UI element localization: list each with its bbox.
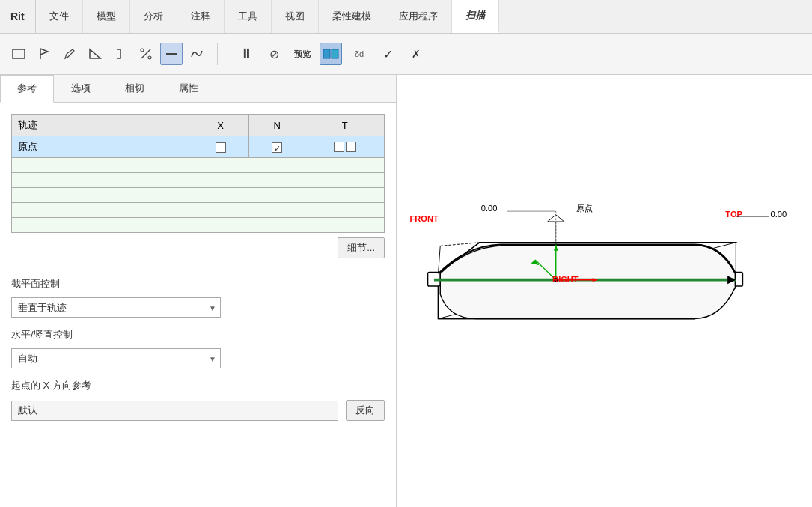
confirm-btn[interactable]: ✓ bbox=[376, 43, 399, 65]
main-toolbar: ⏸ ⊘ 预览 δd ✓ ✗ bbox=[0, 34, 812, 75]
left-panel: 参考 选项 相切 属性 轨迹 X N T bbox=[0, 75, 397, 507]
menu-视图[interactable]: 视图 bbox=[272, 0, 319, 33]
flag-tool-btn[interactable] bbox=[33, 43, 55, 65]
right-label: RIGHT bbox=[552, 275, 579, 284]
menu-扫描[interactable]: 扫描 bbox=[452, 0, 499, 33]
menu-文件[interactable]: 文件 bbox=[36, 0, 83, 33]
section-plane-label: 截平面控制 bbox=[11, 277, 385, 291]
svg-marker-2 bbox=[90, 49, 100, 58]
canvas-svg: FRONT TOP RIGHT 原点 0.00 0.00 bbox=[397, 75, 812, 507]
curve-tool-btn[interactable] bbox=[186, 43, 208, 65]
menu-注释[interactable]: 注释 bbox=[177, 0, 225, 33]
origin-label: 原点 bbox=[576, 204, 593, 213]
table-row-empty-2 bbox=[12, 173, 385, 188]
tab-属性[interactable]: 属性 bbox=[162, 75, 216, 102]
tab-选项[interactable]: 选项 bbox=[54, 75, 108, 102]
pause-btn[interactable]: ⏸ bbox=[234, 43, 257, 65]
menu-分析[interactable]: 分析 bbox=[130, 0, 177, 33]
horiz-vert-label: 水平/竖直控制 bbox=[11, 328, 385, 341]
row-name-原点: 原点 bbox=[12, 136, 192, 158]
canvas-area: FRONT TOP RIGHT 原点 0.00 0.00 bbox=[397, 75, 812, 507]
x-checkbox[interactable] bbox=[216, 142, 226, 153]
x-ref-row: 反向 bbox=[11, 400, 385, 421]
svg-point-4 bbox=[141, 49, 144, 52]
row-t-cell[interactable] bbox=[305, 136, 385, 158]
menu-bar: Rit 文件 模型 分析 注释 工具 视图 柔性建模 应用程序 扫描 bbox=[0, 0, 812, 34]
horiz-vert-control: 水平/竖直控制 自动 X方向 Y方向 ▼ bbox=[11, 328, 385, 368]
toolbar-sep-1 bbox=[217, 43, 218, 65]
section-plane-select[interactable]: 垂直于轨迹 垂直于投影 恒定法向 bbox=[11, 297, 221, 318]
line-tool-btn[interactable] bbox=[160, 43, 183, 65]
front-label: FRONT bbox=[410, 214, 439, 223]
t-checkbox-pair bbox=[311, 142, 378, 152]
t1-checkbox[interactable] bbox=[334, 142, 344, 152]
rectangle-tool-btn[interactable] bbox=[7, 43, 30, 65]
row-n-cell[interactable] bbox=[248, 136, 305, 158]
cancel-btn[interactable]: ✗ bbox=[405, 43, 427, 65]
main-area: 参考 选项 相切 属性 轨迹 X N T bbox=[0, 75, 812, 507]
trajectory-section: 轨迹 X N T 原点 bbox=[11, 114, 385, 233]
brand-label: Rit bbox=[10, 10, 25, 22]
t2-checkbox[interactable] bbox=[346, 142, 356, 152]
svg-point-5 bbox=[148, 56, 151, 59]
menu-应用程序[interactable]: 应用程序 bbox=[385, 0, 452, 33]
preview2-btn[interactable] bbox=[320, 43, 342, 65]
col-header-轨迹: 轨迹 bbox=[12, 115, 192, 136]
percent-tool-btn[interactable] bbox=[135, 43, 157, 65]
table-row: 原点 bbox=[12, 136, 385, 158]
x-direction-section: 起点的 X 方向参考 反向 bbox=[11, 379, 385, 421]
pencil-tool-btn[interactable] bbox=[58, 43, 81, 65]
svg-rect-8 bbox=[332, 49, 338, 58]
table-row-empty-3 bbox=[12, 188, 385, 203]
svg-rect-0 bbox=[13, 49, 25, 58]
menu-柔性建模[interactable]: 柔性建模 bbox=[319, 0, 385, 33]
table-row-empty-4 bbox=[12, 203, 385, 218]
x-ref-input[interactable] bbox=[11, 401, 338, 421]
col-header-t: T bbox=[305, 115, 385, 136]
panel-content: 轨迹 X N T 原点 bbox=[0, 103, 396, 507]
svg-rect-7 bbox=[323, 49, 330, 58]
detail-btn-row: 细节... bbox=[11, 237, 385, 258]
menu-模型[interactable]: 模型 bbox=[83, 0, 130, 33]
horiz-vert-select[interactable]: 自动 X方向 Y方向 bbox=[11, 348, 221, 368]
reverse-button[interactable]: 反向 bbox=[346, 400, 385, 421]
table-row-empty-1 bbox=[12, 158, 385, 173]
tab-参考[interactable]: 参考 bbox=[0, 75, 54, 103]
preview3-btn[interactable]: δd bbox=[348, 43, 370, 65]
dim-0-label: 0.00 bbox=[481, 204, 498, 213]
n-checkbox[interactable] bbox=[272, 142, 282, 153]
tab-bar: 参考 选项 相切 属性 bbox=[0, 75, 396, 103]
angle-tool-btn[interactable] bbox=[84, 43, 106, 65]
table-row-empty-5 bbox=[12, 218, 385, 233]
app-brand: Rit bbox=[0, 0, 36, 33]
col-header-n: N bbox=[248, 115, 305, 136]
menu-工具[interactable]: 工具 bbox=[225, 0, 272, 33]
col-header-x: X bbox=[192, 115, 248, 136]
detail-button[interactable]: 细节... bbox=[338, 237, 385, 258]
row-x-cell[interactable] bbox=[192, 136, 248, 158]
trajectory-table: 轨迹 X N T 原点 bbox=[11, 114, 385, 233]
x-direction-label: 起点的 X 方向参考 bbox=[11, 379, 385, 392]
section-plane-control: 截平面控制 垂直于轨迹 垂直于投影 恒定法向 ▼ bbox=[11, 277, 385, 318]
stop-btn[interactable]: ⊘ bbox=[263, 43, 285, 65]
svg-line-3 bbox=[141, 49, 150, 58]
bracket-tool-btn[interactable] bbox=[109, 43, 132, 65]
tab-相切[interactable]: 相切 bbox=[108, 75, 162, 102]
dim-0-right-label: 0.00 bbox=[771, 210, 787, 219]
preview1-btn[interactable]: 预览 bbox=[291, 43, 314, 65]
